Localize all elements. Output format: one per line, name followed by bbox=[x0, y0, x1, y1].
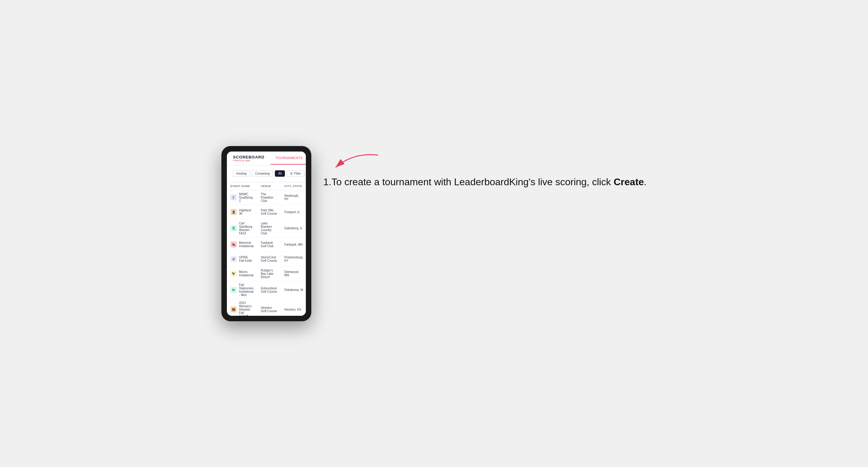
cell-city-0: Newburgh, NY bbox=[281, 190, 306, 205]
event-name-text-3: Maverick Invitational bbox=[239, 241, 254, 248]
cell-event-name-6: 🐦 Fall Statesmen Invitational - Men bbox=[227, 281, 257, 299]
cell-venue-1: Park Hills Golf Course bbox=[257, 205, 281, 219]
team-icon-5: 🦅 bbox=[230, 271, 237, 277]
table-row: 🐺 UPIKE Fall Invite StoneCrest Golf Cour… bbox=[227, 252, 306, 266]
table-row: 🐂 Maverick Invitational Faribault Golf C… bbox=[227, 237, 306, 252]
tablet-device: SCOREBOARD Powered by clippit TOURNAMENT… bbox=[221, 146, 311, 321]
event-name-text-1: Highland 36 bbox=[239, 209, 254, 215]
brand-logo: SCOREBOARD Powered by clippit bbox=[233, 155, 265, 161]
cell-venue-3: Faribault Golf Club bbox=[257, 237, 281, 252]
table-row: 🐦 Fall Statesmen Invitational - Men Edmu… bbox=[227, 281, 306, 299]
cell-city-2: Galesburg, IL bbox=[281, 219, 306, 237]
cell-venue-5: Ruttger's Bay Lake Resort bbox=[257, 266, 281, 281]
cell-city-4: Prestonsburg, KY bbox=[281, 252, 306, 266]
tablet-screen: SCOREBOARD Powered by clippit TOURNAMENT… bbox=[227, 152, 306, 316]
col-event-name: EVENT NAME bbox=[227, 182, 257, 190]
cell-city-6: Oskaloosa, IA bbox=[281, 281, 306, 299]
col-city-state: CITY, STATE bbox=[281, 182, 306, 190]
cell-venue-0: The Powelton Club bbox=[257, 190, 281, 205]
competing-filter-button[interactable]: Competing bbox=[252, 170, 273, 177]
table-row: 👤 Highland 36 Park Hills Golf Course Fre… bbox=[227, 205, 306, 219]
filter-label: Filter bbox=[294, 172, 301, 175]
cell-event-name-0: 🏌 MSMC Qualifying 1 bbox=[227, 190, 257, 205]
filter-left: Hosting Competing All ☰ Filter bbox=[233, 170, 304, 177]
team-icon-2: 🎽 bbox=[230, 225, 237, 231]
hosting-filter-button[interactable]: Hosting bbox=[233, 170, 250, 177]
event-name-text-6: Fall Statesmen Invitational - Men bbox=[239, 283, 254, 297]
cell-event-name-5: 🦅 Morris Invitational bbox=[227, 266, 257, 281]
team-icon-4: 🐺 bbox=[230, 256, 237, 262]
tab-tournaments[interactable]: TOURNAMENTS bbox=[271, 152, 306, 164]
team-icon-1: 👤 bbox=[230, 209, 237, 215]
event-name-text-2: Carl Sandburg Women FA23 bbox=[239, 222, 254, 235]
filter-dropdown-button[interactable]: ☰ Filter bbox=[287, 170, 304, 177]
filter-bar: Hosting Competing All ☰ Filter + Create bbox=[227, 165, 306, 182]
cell-event-name-4: 🐺 UPIKE Fall Invite bbox=[227, 252, 257, 266]
cell-venue-2: Lake Bracken Country Club bbox=[257, 219, 281, 237]
annotation-text: 1.To create a tournament with Leaderboar… bbox=[323, 176, 647, 189]
annotation-area: 1.To create a tournament with Leaderboar… bbox=[323, 146, 647, 189]
all-filter-button[interactable]: All bbox=[275, 170, 285, 177]
cell-city-7: Hesston, KS bbox=[281, 299, 306, 316]
tournaments-table: EVENT NAME VENUE CITY, STATE HOSTED BY S… bbox=[227, 182, 306, 316]
cell-city-1: Freeport, IL bbox=[281, 205, 306, 219]
brand-name: SCOREBOARD bbox=[233, 155, 265, 159]
table-header: EVENT NAME VENUE CITY, STATE HOSTED BY S… bbox=[227, 182, 306, 190]
cell-venue-4: StoneCrest Golf Course bbox=[257, 252, 281, 266]
team-icon-0: 🏌 bbox=[230, 194, 237, 200]
col-venue: VENUE bbox=[257, 182, 281, 190]
filter-icon: ☰ bbox=[290, 172, 293, 175]
nav-tabs: TOURNAMENTS TEAMS bbox=[271, 152, 306, 164]
cell-venue-7: Hesston Golf Course bbox=[257, 299, 281, 316]
table-body: 🏌 MSMC Qualifying 1 The Powelton Club Ne… bbox=[227, 190, 306, 316]
table-row: 🐻 2023 Women's Hesston Fall Kickoff Hess… bbox=[227, 299, 306, 316]
event-name-text-7: 2023 Women's Hesston Fall Kickoff bbox=[239, 301, 254, 316]
table-row: 🦅 Morris Invitational Ruttger's Bay Lake… bbox=[227, 266, 306, 281]
search-input[interactable] bbox=[304, 170, 306, 177]
app-header: SCOREBOARD Powered by clippit TOURNAMENT… bbox=[227, 152, 306, 165]
team-icon-3: 🐂 bbox=[230, 241, 237, 247]
event-name-text-0: MSMC Qualifying 1 bbox=[239, 192, 254, 203]
team-icon-7: 🐻 bbox=[230, 306, 237, 312]
cell-venue-6: Edmundson Golf Course bbox=[257, 281, 281, 299]
table-row: 🏌 MSMC Qualifying 1 The Powelton Club Ne… bbox=[227, 190, 306, 205]
brand-subtitle: Powered by clippit bbox=[233, 159, 265, 161]
cell-city-5: Deerwood, MN bbox=[281, 266, 306, 281]
page-wrapper: SCOREBOARD Powered by clippit TOURNAMENT… bbox=[221, 146, 647, 321]
tournaments-table-container: EVENT NAME VENUE CITY, STATE HOSTED BY S… bbox=[227, 182, 306, 316]
brand-area: SCOREBOARD Powered by clippit TOURNAMENT… bbox=[233, 152, 306, 164]
cell-event-name-2: 🎽 Carl Sandburg Women FA23 bbox=[227, 219, 257, 237]
cell-event-name-7: 🐻 2023 Women's Hesston Fall Kickoff bbox=[227, 299, 257, 316]
cell-event-name-1: 👤 Highland 36 bbox=[227, 205, 257, 219]
cell-city-3: Faribault, MN bbox=[281, 237, 306, 252]
event-name-text-5: Morris Invitational bbox=[239, 270, 254, 277]
annotation-arrow bbox=[330, 149, 390, 174]
event-name-text-4: UPIKE Fall Invite bbox=[239, 256, 254, 262]
team-icon-6: 🐦 bbox=[230, 287, 237, 293]
cell-event-name-3: 🐂 Maverick Invitational bbox=[227, 237, 257, 252]
table-row: 🎽 Carl Sandburg Women FA23 Lake Bracken … bbox=[227, 219, 306, 237]
